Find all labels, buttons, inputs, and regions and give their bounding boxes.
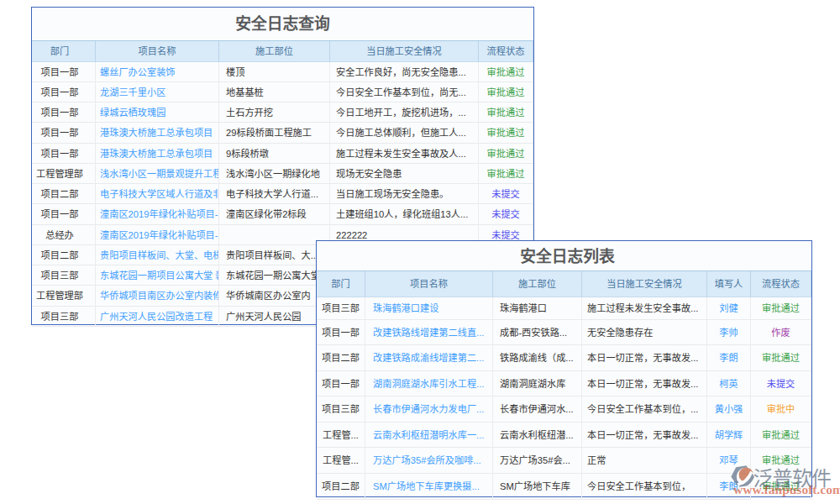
svg-text:www.fanpusoft.com: www.fanpusoft.com <box>733 482 840 496</box>
